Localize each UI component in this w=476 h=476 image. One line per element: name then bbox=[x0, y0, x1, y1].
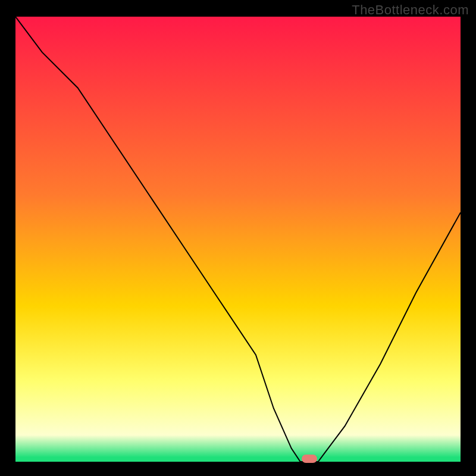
chart-frame: TheBottleneck.com bbox=[0, 0, 476, 476]
bottleneck-curve bbox=[15, 17, 461, 462]
balance-marker bbox=[302, 455, 317, 463]
watermark-text: TheBottleneck.com bbox=[352, 2, 469, 18]
plot-area bbox=[15, 17, 461, 462]
